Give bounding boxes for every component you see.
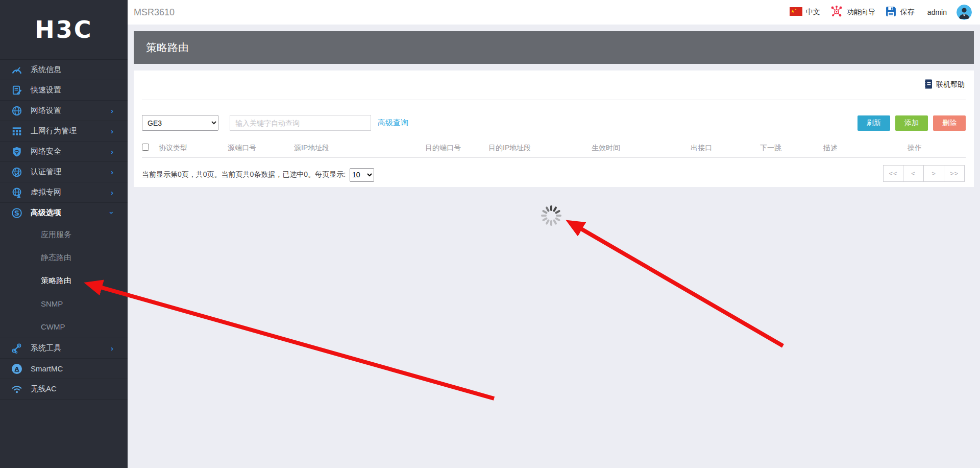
sidebar-item-label: 虚拟专网 bbox=[31, 188, 61, 197]
search-input[interactable] bbox=[230, 115, 371, 131]
page-size-select[interactable]: 10 bbox=[350, 168, 374, 182]
col-effective-time: 生效时间 bbox=[592, 139, 691, 157]
col-source-port: 源端口号 bbox=[228, 139, 294, 157]
language-label: 中文 bbox=[806, 8, 820, 17]
sidebar-item-label: SNMP bbox=[41, 299, 63, 308]
advanced-icon: S bbox=[11, 207, 22, 219]
sidebar-item-label: 认证管理 bbox=[31, 167, 61, 177]
col-source-ip-range: 源IP地址段 bbox=[294, 139, 425, 157]
col-dest-ip-range: 目的IP地址段 bbox=[488, 139, 592, 157]
sidebar-item-label: 快速设置 bbox=[31, 85, 61, 95]
save-icon bbox=[885, 6, 897, 19]
sidebar-item-snmp[interactable]: SNMP bbox=[0, 292, 128, 315]
add-button[interactable]: 添加 bbox=[895, 115, 928, 131]
device-name: MSR3610 bbox=[134, 7, 175, 18]
online-help-link[interactable]: 联机帮助 bbox=[923, 79, 965, 91]
main-content: 策略路由 联机帮助 GE3 高级查询 刷新 添加 删除 bbox=[128, 25, 980, 468]
table-header-row: 协议类型 源端口号 源IP地址段 目的端口号 目的IP地址段 生效时间 出接口 … bbox=[142, 139, 966, 157]
wifi-icon bbox=[11, 384, 22, 395]
sidebar-item-label: 策略路由 bbox=[41, 276, 71, 286]
gauge-icon bbox=[11, 64, 22, 76]
sidebar-item-label: 网络设置 bbox=[31, 106, 61, 115]
username: admin bbox=[927, 8, 947, 16]
sidebar-item-label: 上网行为管理 bbox=[31, 126, 77, 136]
page-title-bar: 策略路由 bbox=[134, 31, 974, 64]
save-label: 保存 bbox=[900, 8, 915, 17]
last-page-button[interactable]: >> bbox=[944, 165, 965, 182]
language-switch[interactable]: ★★ 中文 bbox=[790, 7, 825, 18]
chevron-down-icon: › bbox=[108, 212, 116, 214]
svg-text:★: ★ bbox=[795, 8, 797, 11]
svg-text:★: ★ bbox=[791, 9, 795, 14]
quick-setup-icon bbox=[11, 85, 22, 96]
col-operation: 操作 bbox=[908, 139, 966, 157]
sidebar-item-label: 静态路由 bbox=[41, 253, 71, 263]
help-row: 联机帮助 bbox=[142, 71, 966, 100]
refresh-button[interactable]: 刷新 bbox=[857, 115, 890, 131]
h3c-logo: H3C bbox=[35, 16, 92, 43]
sidebar-item-label: CWMP bbox=[41, 322, 65, 331]
logo: H3C bbox=[0, 0, 128, 60]
online-help-label: 联机帮助 bbox=[936, 80, 965, 89]
flag-icon: ★★ bbox=[790, 7, 802, 18]
pagination-row: 当前显示第0页，共0页。当前页共0条数据，已选中0。每页显示: 10 << < … bbox=[142, 158, 966, 182]
select-all-checkbox[interactable] bbox=[142, 144, 149, 151]
sidebar-item-system-tools[interactable]: 系统工具 › bbox=[0, 338, 128, 359]
sidebar-item-auth-management[interactable]: 认证管理 › bbox=[0, 162, 128, 182]
sidebar-item-cwmp[interactable]: CWMP bbox=[0, 315, 128, 338]
next-page-button[interactable]: > bbox=[924, 165, 944, 182]
help-book-icon bbox=[923, 79, 933, 91]
sidebar-item-advanced-options[interactable]: S 高级选项 › bbox=[0, 203, 128, 223]
toolbar: GE3 高级查询 刷新 添加 删除 bbox=[142, 115, 966, 131]
prev-page-button[interactable]: < bbox=[903, 165, 924, 182]
chevron-right-icon: › bbox=[111, 344, 113, 353]
sidebar-item-label: 应用服务 bbox=[41, 230, 71, 240]
auth-globe-icon bbox=[11, 167, 22, 178]
chevron-right-icon: › bbox=[111, 147, 113, 156]
wizard-label: 功能向导 bbox=[847, 8, 875, 17]
sidebar-item-system-info[interactable]: 系统信息 bbox=[0, 60, 128, 80]
sidebar-item-label: 网络安全 bbox=[31, 147, 61, 156]
interface-select[interactable]: GE3 bbox=[142, 115, 218, 131]
chevron-right-icon: › bbox=[111, 188, 113, 197]
col-description: 描述 bbox=[823, 139, 908, 157]
sidebar: H3C 系统信息 快速设置 网络设置 › 上网行为管理 › 网络安全 › bbox=[0, 0, 128, 468]
sidebar-item-smartmc[interactable]: A SmartMC bbox=[0, 359, 128, 379]
sidebar-item-static-routing[interactable]: 静态路由 bbox=[0, 246, 128, 269]
pager: << < > >> bbox=[883, 165, 965, 182]
pagination-summary: 当前显示第0页，共0页。当前页共0条数据，已选中0。每页显示: bbox=[142, 170, 346, 179]
sidebar-item-policy-routing[interactable]: 策略路由 bbox=[0, 269, 128, 292]
sidebar-item-label: 高级选项 bbox=[31, 208, 61, 218]
smartmc-icon: A bbox=[11, 363, 22, 375]
user-avatar[interactable] bbox=[957, 5, 972, 20]
page-title: 策略路由 bbox=[146, 40, 189, 55]
chevron-right-icon: › bbox=[111, 127, 113, 135]
save-button[interactable]: 保存 bbox=[885, 6, 920, 19]
sidebar-item-app-services[interactable]: 应用服务 bbox=[0, 223, 128, 246]
shield-icon bbox=[11, 146, 22, 157]
chevron-right-icon: › bbox=[111, 106, 113, 115]
col-next-hop: 下一跳 bbox=[760, 139, 823, 157]
advanced-query-link[interactable]: 高级查询 bbox=[378, 118, 408, 128]
sidebar-item-quick-setup[interactable]: 快速设置 bbox=[0, 80, 128, 101]
delete-button[interactable]: 删除 bbox=[933, 115, 966, 131]
sidebar-item-network-security[interactable]: 网络安全 › bbox=[0, 142, 128, 162]
col-out-interface: 出接口 bbox=[691, 139, 760, 157]
sidebar-item-label: 系统工具 bbox=[31, 343, 61, 353]
first-page-button[interactable]: << bbox=[883, 165, 903, 182]
policy-routing-panel: 联机帮助 GE3 高级查询 刷新 添加 删除 bbox=[134, 71, 974, 187]
tools-icon bbox=[11, 343, 22, 354]
sidebar-item-label: SmartMC bbox=[31, 364, 63, 373]
sidebar-item-label: 无线AC bbox=[31, 384, 57, 394]
loading-spinner bbox=[540, 204, 562, 227]
sidebar-item-vpn[interactable]: 虚拟专网 › bbox=[0, 182, 128, 203]
col-dest-port: 目的端口号 bbox=[425, 139, 488, 157]
globe-icon bbox=[11, 105, 22, 116]
sidebar-item-network-settings[interactable]: 网络设置 › bbox=[0, 101, 128, 121]
feature-wizard[interactable]: 功能向导 bbox=[830, 5, 880, 20]
sidebar-item-label: 系统信息 bbox=[31, 65, 61, 75]
col-protocol-type: 协议类型 bbox=[159, 139, 228, 157]
sidebar-item-wireless-ac[interactable]: 无线AC bbox=[0, 379, 128, 400]
sidebar-item-behavior-management[interactable]: 上网行为管理 › bbox=[0, 121, 128, 142]
behavior-icon bbox=[11, 126, 22, 137]
